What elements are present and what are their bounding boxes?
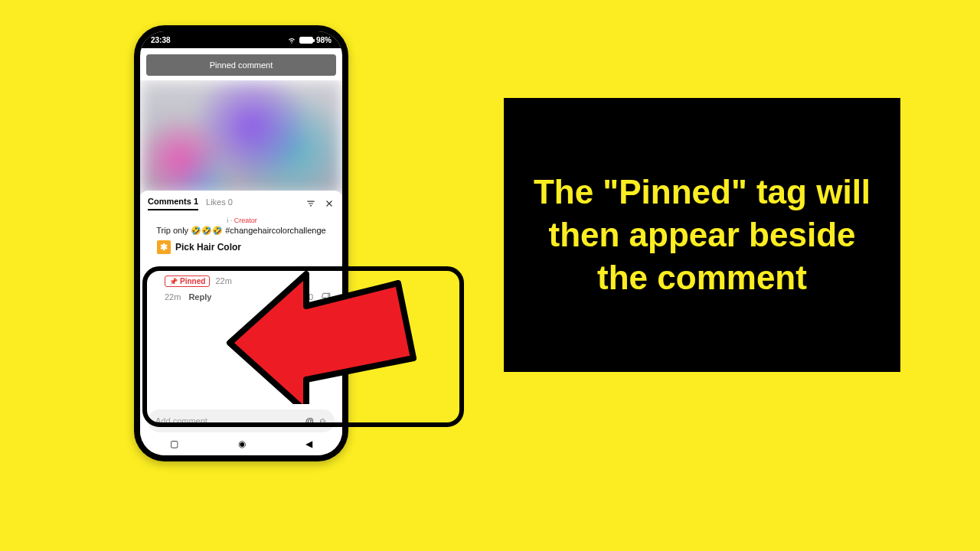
emoji-icon[interactable]: ☺ — [318, 416, 327, 425]
pinned-tag: 📌 Pinned — [165, 276, 210, 287]
pinned-banner: Pinned comment — [146, 54, 336, 76]
reply-button[interactable]: Reply — [188, 292, 211, 302]
battery-percent: 98% — [316, 36, 332, 44]
instruction-text: The "Pinned" tag will then appear beside… — [527, 171, 877, 300]
nav-back-icon[interactable]: ◀ — [305, 439, 312, 449]
featured-comment-text: Trip only 🤣🤣🤣 #changehaircolorchallenge — [140, 226, 342, 236]
status-bar: 23:38 98% — [140, 31, 342, 48]
instruction-panel: The "Pinned" tag will then appear beside… — [504, 98, 900, 372]
pin-icon: 📌 — [169, 278, 178, 285]
svg-marker-0 — [230, 274, 413, 404]
status-right: 98% — [287, 35, 332, 44]
tab-likes[interactable]: Likes 0 — [206, 197, 233, 210]
status-time: 23:38 — [151, 36, 171, 44]
tab-comments[interactable]: Comments 1 — [148, 197, 198, 210]
sparkle-icon: ✱ — [157, 240, 171, 254]
filter-icon[interactable] — [305, 198, 316, 209]
pinned-tag-label: Pinned — [180, 277, 205, 285]
creator-label: Creator — [234, 217, 257, 224]
close-icon[interactable] — [324, 198, 335, 209]
nav-home-icon[interactable]: ◉ — [238, 439, 246, 449]
creator-tag: i · Creator — [140, 217, 342, 224]
pointer-arrow-icon — [222, 251, 421, 404]
video-preview — [140, 80, 342, 195]
creator-prefix: i · — [227, 217, 232, 224]
comment-time: 22m — [165, 292, 181, 302]
android-nav: ▢ ◉ ◀ — [140, 435, 342, 452]
sheet-header: Comments 1 Likes 0 — [140, 191, 342, 214]
comment-input[interactable]: Add comment... @ ☺ — [148, 409, 335, 432]
wifi-icon — [287, 35, 296, 44]
nav-recent-icon[interactable]: ▢ — [170, 439, 178, 449]
comment-placeholder: Add comment... — [155, 416, 301, 425]
battery-icon — [299, 37, 313, 44]
mention-icon[interactable]: @ — [305, 416, 314, 425]
